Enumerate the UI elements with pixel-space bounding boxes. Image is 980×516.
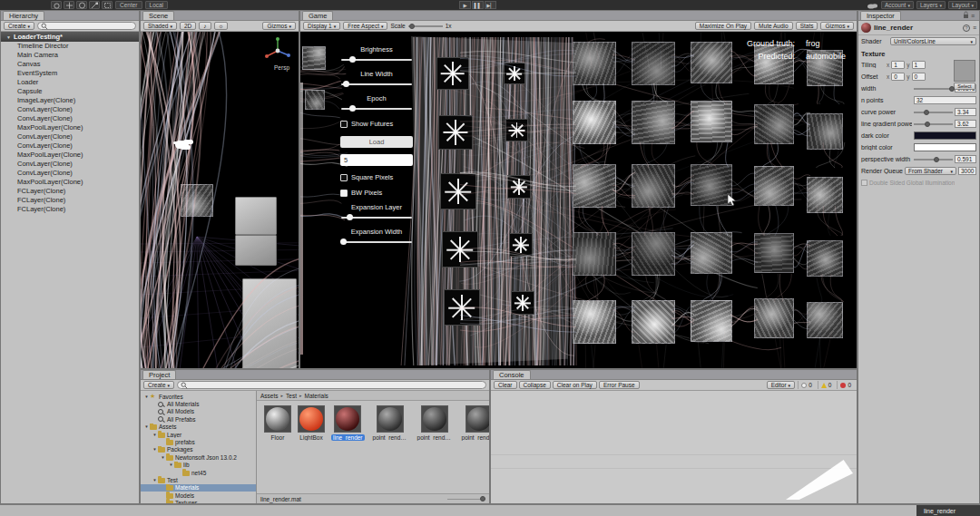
aspect-dropdown[interactable]: Free Aspect▾ [343, 22, 387, 30]
hierarchy-item[interactable]: ConvLayer(Clone) [1, 132, 139, 141]
stats-toggle[interactable]: Stats [796, 22, 818, 30]
gizmos-dropdown[interactable]: Gizmos▾ [262, 22, 296, 30]
layers-dropdown[interactable]: Layers▾ [916, 1, 946, 9]
tab-console[interactable]: Console [493, 370, 531, 379]
hierarchy-item[interactable]: ConvLayer(Clone) [1, 141, 139, 151]
project-search-input[interactable] [177, 381, 486, 389]
tree-foldout-icon[interactable]: ▼ [143, 424, 150, 429]
hierarchy-item[interactable]: Loader [1, 78, 139, 87]
display-dropdown[interactable]: Display 1▾ [303, 22, 340, 30]
hierarchy-item[interactable]: ConvLayer(Clone) [1, 114, 139, 123]
project-asset[interactable]: point_rende... [460, 405, 489, 441]
hierarchy-item[interactable]: FCLayer(Clone) [1, 196, 139, 205]
create-button[interactable]: Create▾ [4, 22, 34, 30]
project-asset[interactable]: Floor [264, 405, 291, 441]
project-tree-item[interactable]: ▼Test [141, 476, 256, 483]
slider-knob[interactable] [949, 86, 955, 92]
lighting-toggle-icon[interactable]: ☼ [214, 22, 229, 30]
project-asset[interactable]: line_render [331, 405, 365, 441]
breadcrumb-item[interactable]: Materials [304, 393, 328, 399]
tree-foldout-icon[interactable]: ▼ [168, 462, 174, 467]
help-icon[interactable]: ? [963, 24, 970, 32]
hierarchy-search-input[interactable] [37, 22, 136, 30]
project-tree-item[interactable]: ▼Newtonsoft Json 13.0.2 [141, 453, 256, 461]
project-tree-item[interactable]: prefabs [141, 438, 256, 445]
scale-slider[interactable] [408, 22, 443, 30]
tree-foldout-icon[interactable]: ▼ [152, 478, 158, 482]
rect-tool-icon[interactable] [102, 1, 113, 9]
tab-scene[interactable]: Scene [142, 11, 174, 20]
hierarchy-item[interactable]: Capsule [1, 87, 139, 96]
epoch-count-input[interactable]: 5 [340, 154, 413, 166]
render-queue-value[interactable]: 3000 [958, 167, 976, 175]
slider-knob[interactable] [480, 496, 485, 501]
thumbnail-size-slider[interactable] [447, 495, 485, 503]
create-button[interactable]: Create▾ [143, 381, 174, 389]
pivot-toggle[interactable]: Center [115, 1, 142, 9]
slider-knob[interactable] [340, 239, 347, 245]
property-value[interactable]: 32 [914, 96, 976, 104]
breadcrumb-item[interactable]: Test [286, 393, 297, 399]
info-count[interactable]: 0 [798, 381, 815, 389]
layout-dropdown[interactable]: Layout▾ [948, 1, 977, 9]
hierarchy-item[interactable]: Main Camera [1, 51, 139, 60]
hud-slider-line-width[interactable] [341, 80, 412, 88]
hierarchy-item[interactable]: FCLayer(Clone) [1, 187, 139, 196]
hierarchy-item[interactable]: ConvLayer(Clone) [1, 105, 139, 114]
hud-slider-brightness[interactable] [341, 55, 412, 63]
hud-checkbox-show-futures[interactable]: Show Futures [340, 120, 413, 128]
hud-slider-epoch[interactable] [341, 104, 412, 112]
project-tree-item[interactable]: Textures [141, 499, 256, 503]
hierarchy-item[interactable]: MaxPoolLayer(Clone) [1, 178, 139, 187]
slider-knob[interactable] [934, 157, 939, 162]
hud-checkbox-bw-pixels[interactable]: BW Pixels [340, 189, 413, 197]
orientation-gizmo[interactable] [262, 35, 293, 66]
color-swatch[interactable] [914, 143, 976, 151]
console-collapse-button[interactable]: Collapse [519, 381, 551, 389]
slider-knob[interactable] [349, 56, 356, 63]
slider-knob[interactable] [343, 81, 349, 87]
mute-audio-toggle[interactable]: Mute Audio [754, 22, 793, 30]
texture-slot[interactable] [954, 60, 975, 82]
property-slider[interactable] [914, 120, 953, 128]
hierarchy-item[interactable]: ConvLayer(Clone) [1, 160, 139, 169]
breadcrumb-item[interactable]: Assets [260, 393, 279, 399]
project-tree-item[interactable]: Materials [141, 484, 256, 492]
shader-dropdown[interactable]: Unlit/ColorsLine▾ [890, 37, 976, 45]
tree-foldout-icon[interactable]: ▼ [143, 394, 150, 399]
slider-knob[interactable] [409, 24, 415, 29]
project-tree-item[interactable]: net45 [141, 469, 256, 476]
hierarchy-item[interactable]: EventSystem [1, 69, 139, 78]
step-button[interactable]: ▶▏ [485, 1, 496, 9]
audio-toggle-icon[interactable]: ♪ [199, 22, 211, 30]
slider-knob[interactable] [349, 105, 356, 112]
hand-tool-icon[interactable] [51, 1, 62, 9]
rotation-toggle[interactable]: Local [145, 1, 169, 9]
console-clear-button[interactable]: Clear [494, 381, 517, 389]
game-viewport[interactable]: BrightnessLine WidthEpochShow FuturesLoa… [300, 32, 857, 368]
color-swatch[interactable] [914, 131, 976, 140]
project-tree-item[interactable]: ▼Favorites [141, 393, 256, 400]
property-value[interactable]: 3.34 [955, 108, 976, 116]
hierarchy-item[interactable]: ConvLayer(Clone) [1, 169, 139, 178]
project-asset[interactable]: point_rende... [371, 405, 409, 441]
project-tree-item[interactable]: ▼Packages [141, 446, 256, 453]
hierarchy-item[interactable]: MaxPoolLayer(Clone) [1, 151, 139, 160]
property-slider[interactable] [914, 155, 953, 163]
gi-checkbox[interactable] [861, 180, 867, 186]
tiling-x-field[interactable]: 1 [891, 61, 905, 69]
offset-x-field[interactable]: 0 [891, 73, 905, 81]
scene-header-row[interactable]: ▼ LoaderTesting* [1, 32, 139, 42]
rotate-tool-icon[interactable] [76, 1, 87, 9]
hierarchy-item[interactable]: Timeline Director [1, 42, 139, 51]
tab-project[interactable]: Project [142, 370, 176, 379]
property-slider[interactable] [914, 108, 953, 116]
offset-y-field[interactable]: 0 [912, 73, 926, 81]
tab-hierarchy[interactable]: Hierarchy [3, 11, 44, 20]
hud-slider-expansion-layer[interactable] [341, 213, 412, 221]
property-slider[interactable] [914, 84, 953, 92]
hud-checkbox-square-pixels[interactable]: Square Pixels [340, 173, 413, 181]
cloud-collab-icon[interactable] [867, 2, 878, 9]
tab-game[interactable]: Game [302, 11, 333, 20]
pause-button[interactable]: ▌▌ [472, 1, 484, 9]
